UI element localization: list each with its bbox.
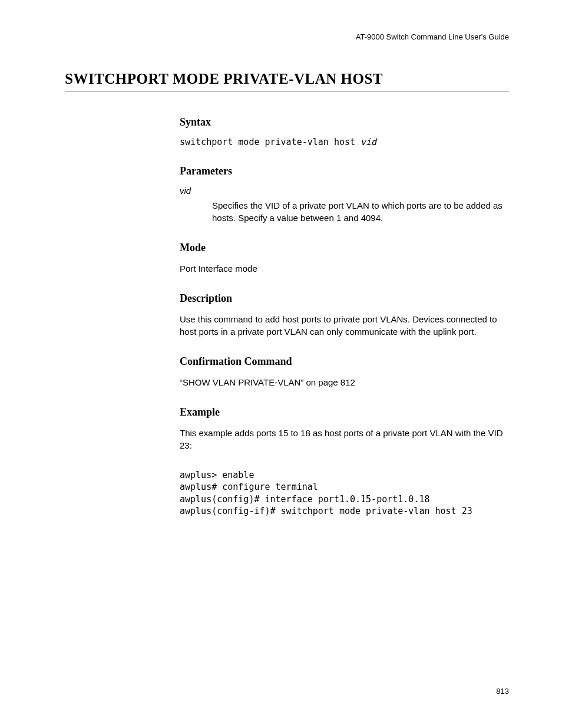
- description-heading: Description: [180, 292, 503, 305]
- syntax-command-prefix: switchport mode private-vlan host: [180, 137, 361, 147]
- mode-heading: Mode: [180, 242, 503, 254]
- page-title: SWITCHPORT MODE PRIVATE-VLAN HOST: [65, 71, 509, 91]
- page-number: 813: [496, 687, 509, 696]
- example-intro: This example adds ports 15 to 18 as host…: [180, 427, 503, 452]
- example-code: awplus> enable awplus# configure termina…: [180, 469, 503, 517]
- content-area: Syntax switchport mode private-vlan host…: [180, 116, 503, 517]
- syntax-command-arg: vid: [361, 137, 376, 147]
- param-name: vid: [180, 186, 503, 196]
- confirmation-text: “SHOW VLAN PRIVATE-VLAN” on page 812: [180, 376, 503, 388]
- example-heading: Example: [180, 406, 503, 419]
- parameters-heading: Parameters: [180, 165, 503, 177]
- running-header: AT-9000 Switch Command Line User's Guide: [65, 32, 509, 41]
- syntax-command: switchport mode private-vlan host vid: [180, 137, 503, 147]
- syntax-heading: Syntax: [180, 116, 503, 129]
- mode-text: Port Interface mode: [180, 262, 503, 275]
- description-text: Use this command to add host ports to pr…: [180, 313, 503, 338]
- param-desc: Specifies the VID of a private port VLAN…: [212, 199, 503, 224]
- confirmation-heading: Confirmation Command: [180, 355, 503, 368]
